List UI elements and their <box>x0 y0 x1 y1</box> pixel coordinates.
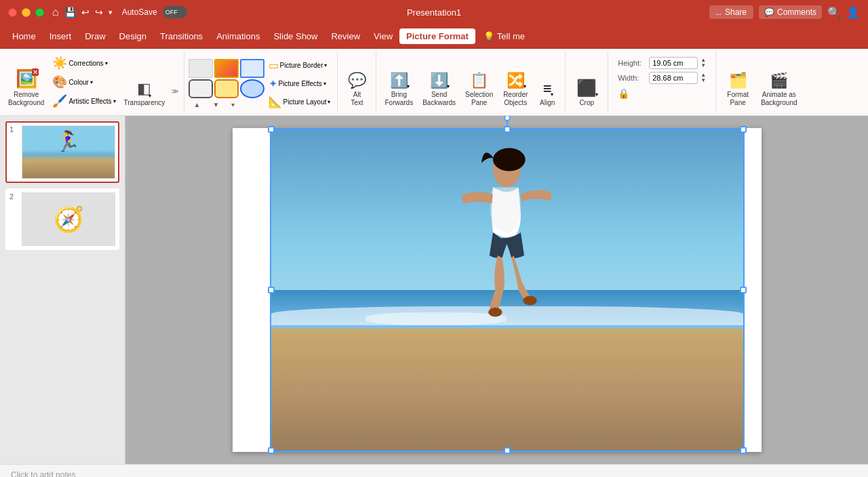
style-swatch-5[interactable] <box>214 79 239 98</box>
reorder-objects-button[interactable]: 🔀 ▾ ReorderObjects <box>498 69 532 110</box>
transparency-icon-wrap: ◧ ▾ <box>137 80 151 98</box>
colour-label: Colour <box>68 79 88 86</box>
comments-button[interactable]: 💬 Comments <box>759 5 822 19</box>
menu-animations[interactable]: Animations <box>210 28 267 44</box>
tell-me[interactable]: 💡 Tell me <box>484 31 525 41</box>
slide-1-beach-bg: 🏃‍♀️ <box>22 126 115 178</box>
slide-right-margin <box>745 128 762 452</box>
corrections-button[interactable]: ☀️ Corrections ▾ <box>50 54 118 72</box>
styles-up-icon[interactable]: ▲ <box>189 100 206 110</box>
align-button[interactable]: ≡ ▾ Align <box>534 77 561 110</box>
send-backwards-icon-wrap: ⬇️ ▾ <box>430 72 448 89</box>
menu-insert[interactable]: Insert <box>43 28 79 44</box>
style-options: ▭ Picture Border ▾ ✦ Picture Effects ▾ 📐… <box>266 58 334 110</box>
adjust-more-icon[interactable]: ≫ <box>170 86 180 96</box>
redo-icon[interactable]: ↪ <box>95 7 103 18</box>
handle-middle-left[interactable] <box>268 287 275 293</box>
width-input[interactable] <box>649 72 698 84</box>
styles-down-icon[interactable]: ▼ <box>207 100 224 110</box>
artistic-effects-label: Artistic Effects <box>68 98 111 105</box>
handle-bottom-right[interactable] <box>740 447 747 454</box>
bring-forwards-button[interactable]: ⬆️ ▾ BringForwards <box>380 69 417 110</box>
artistic-effects-dropdown[interactable]: ▾ <box>113 98 116 104</box>
picture-border-label: Picture Border <box>280 62 323 69</box>
menu-view[interactable]: View <box>367 28 399 44</box>
send-backwards-button[interactable]: ⬇️ ▾ SendBackwards <box>418 69 460 110</box>
style-swatch-1[interactable] <box>189 59 213 78</box>
handle-middle-right[interactable] <box>740 287 747 293</box>
menu-pictureformat[interactable]: Picture Format <box>399 28 475 44</box>
handle-top-center[interactable] <box>504 126 511 133</box>
bring-forwards-label: BringForwards <box>384 91 413 107</box>
corrections-dropdown[interactable]: ▾ <box>105 60 108 66</box>
style-swatch-3[interactable] <box>240 59 264 78</box>
picture-layout-icon: 📐 <box>269 96 282 108</box>
menu-review[interactable]: Review <box>324 28 367 44</box>
close-button[interactable] <box>8 8 17 17</box>
handle-top-left[interactable] <box>268 126 275 133</box>
colour-icon: 🎨 <box>52 75 67 89</box>
styles-more-icon[interactable]: ▾ <box>226 100 240 110</box>
style-swatch-4[interactable] <box>189 79 213 98</box>
arrange-items: ⬆️ ▾ BringForwards ⬇️ ▾ SendBackwards 📋 … <box>380 54 561 110</box>
menu-slideshow[interactable]: Slide Show <box>267 28 324 44</box>
alt-text-icon: 💬 <box>348 72 366 89</box>
animate-as-bg-button[interactable]: 🎬 Animate asBackground <box>757 69 801 110</box>
format-pane-button[interactable]: 🗂️ FormatPane <box>720 69 755 110</box>
notes-bar[interactable]: Click to add notes <box>0 464 868 477</box>
search-icon[interactable]: 🔍 <box>827 6 841 19</box>
save-icon[interactable]: 💾 <box>64 7 76 18</box>
selection-pane-button[interactable]: 📋 SelectionPane <box>461 69 497 110</box>
slide-1-figure: 🏃‍♀️ <box>55 129 80 153</box>
rotate-handle[interactable] <box>504 116 511 121</box>
crop-dropdown[interactable]: ▾ <box>595 91 598 98</box>
crop-button[interactable]: ⬛ ▾ Crop <box>570 76 604 110</box>
height-down-icon[interactable]: ▼ <box>701 63 706 68</box>
picture-effects-button[interactable]: ✦ Picture Effects ▾ <box>266 76 334 91</box>
height-input[interactable] <box>649 57 698 69</box>
handle-bottom-left[interactable] <box>268 447 275 454</box>
colour-button[interactable]: 🎨 Colour ▾ <box>50 73 118 91</box>
artistic-effects-button[interactable]: 🖌️ Artistic Effects ▾ <box>50 92 118 110</box>
menu-design[interactable]: Design <box>113 28 153 44</box>
picture-border-button[interactable]: ▭ Picture Border ▾ <box>266 58 334 73</box>
colour-dropdown[interactable]: ▾ <box>90 79 93 85</box>
minimize-button[interactable] <box>22 8 31 17</box>
slide-2-preview: 🧭 <box>22 192 115 246</box>
home-icon[interactable]: ⌂ <box>52 6 59 18</box>
picture-effects-dropdown[interactable]: ▾ <box>323 81 326 87</box>
transparency-button[interactable]: ◧ ▾ Transparency <box>120 77 169 110</box>
autosave-toggle[interactable]: OFF <box>163 6 187 18</box>
handle-top-right[interactable] <box>740 126 747 133</box>
picture-layout-dropdown[interactable]: ▾ <box>328 99 330 105</box>
bring-forwards-dropdown[interactable]: ▾ <box>407 83 410 89</box>
undo-icon[interactable]: ↩ <box>81 7 90 18</box>
alt-text-button[interactable]: 💬 AltText <box>342 69 372 110</box>
picture-layout-button[interactable]: 📐 Picture Layout ▾ <box>266 94 334 110</box>
share-button[interactable]: ⎵ Share <box>709 5 753 19</box>
maximize-button[interactable] <box>35 8 44 17</box>
reorder-objects-dropdown[interactable]: ▾ <box>524 83 526 89</box>
account-icon[interactable]: 👤 <box>846 6 860 19</box>
picture-border-icon: ▭ <box>269 59 279 72</box>
slide-thumb-1[interactable]: 1 🏃‍♀️ <box>5 121 119 183</box>
style-swatch-2[interactable] <box>214 59 239 78</box>
figure-container <box>436 146 578 377</box>
send-backwards-dropdown[interactable]: ▾ <box>447 83 450 89</box>
image-container[interactable] <box>270 128 745 452</box>
adjust-more[interactable]: ≫ <box>170 86 180 110</box>
picture-border-dropdown[interactable]: ▾ <box>324 62 327 68</box>
transparency-dropdown-arrow[interactable]: ▾ <box>149 93 151 99</box>
style-swatch-6[interactable] <box>240 79 264 98</box>
reorder-objects-icon: 🔀 <box>507 72 525 89</box>
menu-draw[interactable]: Draw <box>78 28 112 44</box>
remove-background-button[interactable]: 🖼️✕ RemoveBackground <box>4 66 48 110</box>
align-dropdown[interactable]: ▾ <box>551 91 553 98</box>
transparency-label: Transparency <box>124 99 165 107</box>
menu-home[interactable]: Home <box>5 28 43 44</box>
width-down-icon[interactable]: ▼ <box>701 78 706 83</box>
dropdown-icon[interactable]: ▾ <box>108 8 113 17</box>
handle-bottom-center[interactable] <box>504 447 511 454</box>
slide-thumb-2[interactable]: 2 🧭 <box>5 188 119 250</box>
menu-transitions[interactable]: Transitions <box>153 28 210 44</box>
